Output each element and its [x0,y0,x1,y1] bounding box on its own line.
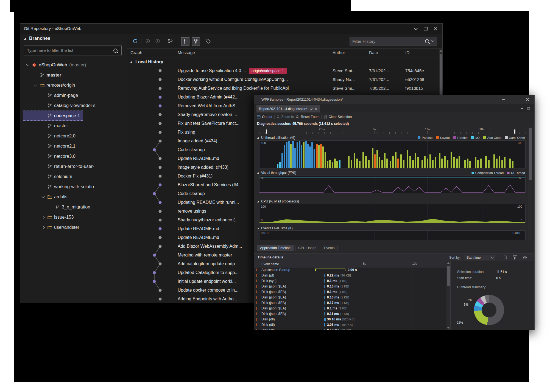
git-window-titlebar[interactable]: Git Repository - eShopOnWeb [20,24,442,34]
event-row[interactable]: Disk (pf)0.22 ms[46 KB] [254,273,446,278]
ui-thread-utilization-plot[interactable] [259,140,526,168]
sidebar-item-ardalis[interactable]: ardalis [23,192,71,202]
search-icon[interactable] [113,49,118,53]
column-header-graph[interactable]: Graph [130,50,142,55]
profiler-maximize-button[interactable] [512,96,519,103]
details-scrollbar[interactable] [446,261,450,330]
branches-section-header[interactable]: Branches [24,36,50,41]
commit-row[interactable]: Docker working without Configure Configu… [127,75,442,84]
history-filter-input[interactable] [350,39,425,44]
column-header-message[interactable]: Message [178,50,195,55]
charts-scrollbar-thumb[interactable] [529,128,532,180]
clear-selection-button[interactable]: Clear Selection [323,115,352,119]
events-plot[interactable] [259,230,526,240]
sidebar-item-master[interactable]: master [23,70,65,80]
profiler-close-button[interactable] [524,96,531,103]
details-scrollbar-thumb[interactable] [447,266,450,286]
event-row[interactable]: Disk (dll)0.52 ms[68 KB] [254,328,446,330]
tab-list-chevron-icon[interactable] [521,108,523,110]
charts-scrollbar[interactable] [528,127,532,240]
tree-expander[interactable] [40,196,46,198]
sidebar-item-issue-153[interactable]: issue-153 [23,212,77,222]
events-chart-header[interactable]: Events Over Time (K) [257,226,293,230]
sidebar-item-return-error-to-user-[interactable]: return-error-to-user- [23,161,97,171]
git-window-maximize-button[interactable] [422,26,429,32]
tags-button[interactable] [204,37,212,45]
sort-by-select[interactable]: Start time [465,255,495,260]
gear-icon[interactable] [527,106,531,110]
sidebar-item-netcore2-0[interactable]: netcore2.0 [23,131,79,141]
close-tab-icon[interactable] [315,108,317,110]
branch-graph-button[interactable] [166,37,174,45]
sidebar-item-admin-page[interactable]: admin-page [23,90,81,100]
local-history-section-header[interactable]: Local History [127,58,442,66]
column-header-date[interactable]: Date [369,50,378,55]
sidebar-item-user-andster[interactable]: user/andster [23,222,83,232]
scroll-up-icon[interactable] [440,50,442,52]
timeline-ruler[interactable]: 2.5s5s7.5s10s [259,127,526,134]
show-first-parent-toggle[interactable] [181,37,189,46]
fetch-button-disabled[interactable] [144,37,152,45]
commit-row[interactable]: Removing AuthService and fixing Dockerfi… [127,84,442,93]
event-row[interactable]: Disk (json::$EA)0.16 ms[1 KB] [254,284,446,289]
event-row[interactable]: Disk (dll)30.16 ms[520 KB] [254,317,446,322]
ui-thread-chart-header[interactable]: UI thread utilization (%) [257,136,295,140]
tab-cpu-usage[interactable]: CPU Usage [295,245,319,251]
event-row[interactable]: Disk (json::$EA)0.11 ms[1 KB] [254,311,446,317]
gear-icon[interactable] [523,255,527,260]
cpu-chart-header[interactable]: CPU (% of all processors) [257,199,299,204]
event-row[interactable]: Disk (json::$EA)0.1 ms[1 KB] [254,306,446,311]
show-remote-branches-toggle[interactable] [192,37,200,46]
sidebar-item-master[interactable]: master [23,121,71,131]
event-row[interactable]: Application Startup2.99 s [254,267,446,273]
reset-zoom-button[interactable]: Reset Zoom [296,115,319,119]
diagsession-tab[interactable]: Report2021101...4.diagsession* [256,105,320,112]
event-row[interactable]: Disk (json::$EA)0.1 ms[1 KB] [254,289,446,295]
refresh-button[interactable] [131,37,139,45]
column-header-id[interactable]: ID [405,50,410,55]
search-icon[interactable] [425,39,429,43]
sidebar-item-netcore3-0[interactable]: netcore3.0 [23,151,79,161]
filter-icon[interactable] [513,255,517,260]
event-row[interactable]: Disk (json::$EA)0.16 ms[1 KB] [254,295,446,300]
fps-plot[interactable] [259,176,526,193]
zoom-in-button-disabled[interactable]: Zoom In [277,115,294,119]
column-header-author[interactable]: Author [333,50,345,55]
tab-events[interactable]: Events [321,245,337,251]
sidebar-item-remotes-origin[interactable]: remotes/origin [23,80,79,90]
scroll-down-icon[interactable] [447,327,450,329]
profiler-minimize-button[interactable] [500,96,507,103]
sidebar-item-selenium[interactable]: selenium [23,171,76,182]
pin-icon[interactable] [310,108,313,111]
event-row[interactable]: Disk (dll)3.06 ms[104 KB] [254,322,446,328]
zoom-to-selection-icon[interactable] [504,255,508,260]
profiler-titlebar[interactable]: WPFSamples - Report20211014-0434.diagses… [254,95,534,104]
sidebar-item-catalog-viewmodel-s[interactable]: catalog-viewmodel-s [23,100,99,111]
event-row[interactable]: Disk (json::$EA)0.17 ms[1 KB] [254,300,446,306]
sidebar-item-codespace-1[interactable]: codespace-1 [23,111,83,121]
git-window-close-button[interactable] [432,26,439,32]
selection-handle-left[interactable] [266,129,267,134]
scroll-up-icon[interactable] [447,262,450,264]
branch-filter-input[interactable] [26,46,112,55]
event-row[interactable]: Disk (sys)0.1 ms[4 KB] [254,278,446,284]
push-button-disabled[interactable] [154,37,161,45]
git-window-menu-button[interactable] [412,26,419,32]
tree-expander[interactable] [40,216,46,218]
tree-expander[interactable] [24,64,31,66]
sidebar-item-3-x-migration[interactable]: 3_x_migration [23,202,94,212]
chevron-down-icon[interactable] [431,39,434,42]
sidebar-item-working-with-solutio[interactable]: working-with-solutio [23,182,97,192]
fps-chart-header[interactable]: Visual throughput (FPS) [257,171,296,175]
tree-expander[interactable] [40,226,46,229]
history-scrollbar-thumb[interactable] [440,54,442,95]
branch-badge[interactable]: origin/codespace-1 [249,68,287,74]
selection-handle-right[interactable] [514,129,515,134]
tree-expander[interactable] [32,85,39,86]
sidebar-item-eshoponweb[interactable]: eShopOnWeb(master) [23,60,90,70]
tab-application-timeline[interactable]: Application Timeline [257,245,294,251]
sidebar-item-netcore2-1[interactable]: netcore2.1 [23,141,79,151]
output-button[interactable]: Output [257,115,272,119]
event-name-header[interactable]: Event name [261,262,279,266]
cpu-plot[interactable] [259,204,526,223]
